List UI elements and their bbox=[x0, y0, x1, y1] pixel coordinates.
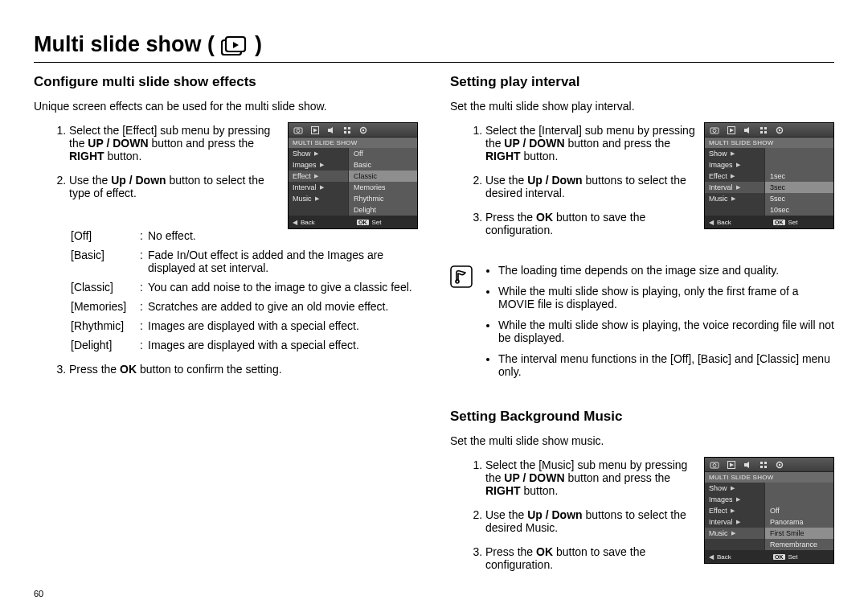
svg-rect-20 bbox=[764, 127, 767, 129]
chevron-right-icon: ▶ bbox=[314, 148, 318, 159]
svg-marker-17 bbox=[730, 128, 734, 132]
camera-icon bbox=[710, 126, 719, 134]
lcd-right-cell: Remembrance bbox=[765, 539, 833, 550]
def-row: [Classic]:You can add noise to the image… bbox=[71, 281, 418, 294]
lcd-row: Interval▶3sec bbox=[705, 182, 833, 193]
arrow-left-icon: ◀ bbox=[293, 219, 297, 226]
def-sep: : bbox=[140, 319, 148, 332]
intro-effects: Unique screen effects can be used for th… bbox=[34, 100, 418, 113]
ok-label: OK bbox=[357, 220, 369, 225]
lcd-left-cell: Show▶ bbox=[705, 148, 765, 159]
steps-effects-cont: Press the OK button to confirm the setti… bbox=[34, 363, 418, 376]
lcd-left-cell: Interval▶ bbox=[289, 182, 349, 193]
lcd-right-cell bbox=[765, 159, 833, 171]
def-row: [Memories]:Scratches are added to give a… bbox=[71, 300, 418, 313]
intro-interval: Set the multi slide show play interval. bbox=[450, 100, 834, 113]
page-title: Multi slide show ( ) bbox=[34, 32, 834, 57]
chevron-right-icon: ▶ bbox=[731, 148, 735, 159]
lcd-left-cell bbox=[705, 204, 765, 216]
lcd-row: Effect▶Classic bbox=[289, 171, 417, 182]
lcd-row: Images▶Basic bbox=[289, 159, 417, 171]
grid-icon bbox=[760, 126, 768, 134]
lcd-footer: ◀Back OKSet bbox=[705, 216, 833, 228]
grid-icon bbox=[343, 126, 351, 134]
lcd-row: Effect▶Off bbox=[705, 505, 833, 516]
svg-point-24 bbox=[779, 129, 780, 130]
chevron-right-icon: ▶ bbox=[731, 528, 735, 539]
lcd-title: MULTI SLIDE SHOW bbox=[289, 138, 417, 148]
gear-icon bbox=[776, 461, 784, 469]
lcd-interval: MULTI SLIDE SHOW Show▶Images▶Effect▶1sec… bbox=[704, 122, 834, 229]
lcd-left-cell: Interval▶ bbox=[705, 516, 765, 528]
svg-rect-25 bbox=[451, 266, 472, 287]
effect-definitions: [Off]:No effect.[Basic]:Fade In/Out effe… bbox=[71, 229, 418, 351]
slideshow-icon bbox=[221, 35, 248, 55]
lcd-row: Show▶ bbox=[705, 148, 833, 159]
title-text: Multi slide show ( bbox=[34, 32, 215, 57]
lcd-right-cell: Classic bbox=[349, 171, 417, 182]
def-desc: Images are displayed with a special effe… bbox=[148, 339, 418, 351]
step-3: Press the OK button to save the configur… bbox=[485, 211, 727, 236]
chevron-right-icon: ▶ bbox=[731, 193, 735, 204]
lcd-row: Music▶First Smile bbox=[705, 528, 833, 539]
lcd-row: Effect▶1sec bbox=[705, 171, 833, 182]
lcd-right-cell: Off bbox=[765, 505, 833, 516]
step-1: Select the [Music] sub menu by pressing … bbox=[485, 458, 727, 497]
step-1: Select the [Interval] sub menu by pressi… bbox=[485, 124, 727, 162]
def-sep: : bbox=[140, 281, 148, 294]
def-desc: Images are displayed with a special effe… bbox=[148, 319, 418, 332]
note-item: While the multi slide show is playing, o… bbox=[498, 285, 834, 310]
lcd-music: MULTI SLIDE SHOW Show▶Images▶Effect▶OffI… bbox=[704, 457, 834, 564]
grid-icon bbox=[760, 461, 768, 469]
def-term: [Basic] bbox=[71, 249, 140, 261]
camera-icon bbox=[293, 126, 303, 134]
lcd-topbar bbox=[705, 458, 833, 472]
lcd-rows: Show▶OffImages▶BasicEffect▶ClassicInterv… bbox=[289, 148, 417, 216]
note-item: While the multi slide show is playing, t… bbox=[498, 318, 834, 344]
svg-rect-10 bbox=[344, 131, 346, 134]
step-1: Select the [Effect] sub menu by pressing… bbox=[69, 124, 310, 162]
def-row: [Delight]:Images are displayed with a sp… bbox=[71, 339, 418, 351]
lcd-row: Images▶ bbox=[705, 159, 833, 171]
def-term: [Classic] bbox=[71, 281, 140, 294]
lcd-effects: MULTI SLIDE SHOW Show▶OffImages▶BasicEff… bbox=[288, 122, 418, 229]
svg-rect-32 bbox=[760, 462, 763, 464]
lcd-rows: Show▶Images▶Effect▶1secInterval▶3secMusi… bbox=[705, 148, 833, 216]
intro-music: Set the multi slide show music. bbox=[450, 434, 834, 447]
ok-label: OK bbox=[773, 220, 785, 225]
camera-icon bbox=[710, 461, 719, 469]
lcd-title: MULTI SLIDE SHOW bbox=[705, 138, 833, 148]
lcd-right-cell: 3sec bbox=[765, 182, 833, 193]
step-2: Use the Up / Down button to select the t… bbox=[69, 174, 310, 199]
lcd-row: 10sec bbox=[705, 204, 833, 216]
note-item: The loading time depends on the image si… bbox=[498, 264, 834, 277]
svg-rect-21 bbox=[760, 131, 763, 134]
lcd-left-cell: Images▶ bbox=[705, 159, 765, 171]
lcd-left-cell: Interval▶ bbox=[705, 182, 765, 193]
step-2: Use the Up / Down buttons to select the … bbox=[485, 508, 727, 534]
def-sep: : bbox=[140, 229, 148, 242]
heading-configure-effects: Configure multi slide show effects bbox=[34, 74, 418, 90]
lcd-left-cell: Music▶ bbox=[705, 193, 765, 204]
lcd-row: Interval▶Panorama bbox=[705, 516, 833, 528]
chevron-right-icon: ▶ bbox=[731, 505, 735, 516]
lcd-right-cell bbox=[765, 148, 833, 159]
chevron-right-icon: ▶ bbox=[320, 182, 324, 193]
gear-icon bbox=[776, 126, 784, 134]
step-3: Press the OK button to confirm the setti… bbox=[69, 363, 418, 376]
lcd-back: Back bbox=[717, 219, 731, 226]
lcd-right-cell: Basic bbox=[349, 159, 417, 171]
play-icon bbox=[727, 461, 735, 469]
lcd-rows: Show▶Images▶Effect▶OffInterval▶PanoramaM… bbox=[705, 483, 833, 550]
lcd-row: Show▶ bbox=[705, 483, 833, 494]
lcd-right-cell: 10sec bbox=[765, 204, 833, 216]
lcd-row: Music▶5sec bbox=[705, 193, 833, 204]
def-sep: : bbox=[140, 339, 148, 351]
step-2: Use the Up / Down buttons to select the … bbox=[485, 174, 727, 199]
def-row: [Off]:No effect. bbox=[71, 229, 418, 242]
lcd-row: Music▶Rhythmic bbox=[289, 193, 417, 204]
lcd-right-cell: 5sec bbox=[765, 193, 833, 204]
svg-rect-35 bbox=[764, 466, 767, 468]
lcd-right-cell: Panorama bbox=[765, 516, 833, 528]
def-term: [Off] bbox=[71, 229, 140, 242]
